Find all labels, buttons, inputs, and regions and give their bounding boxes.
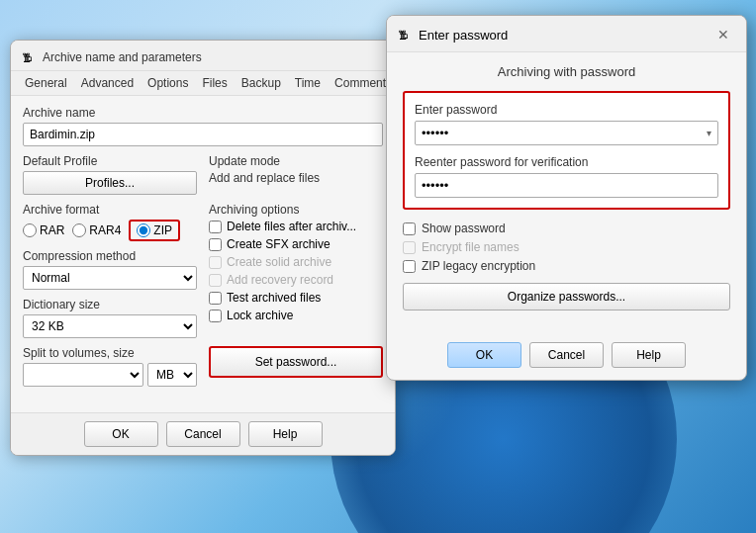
lock-archive-checkbox-item: Lock archive [209, 309, 383, 322]
rar-radio-item[interactable]: RAR [23, 223, 64, 237]
show-password-item: Show password [403, 222, 730, 235]
zip-radio-border: ZIP [129, 220, 180, 241]
compression-method-select[interactable]: Normal Fast Store [23, 266, 197, 290]
winrar-icon: 🗜 [19, 48, 37, 66]
dictionary-size-select[interactable]: 32 KB 64 KB [23, 314, 197, 338]
rar-radio[interactable] [23, 223, 37, 237]
archive-window-title: Archive name and parameters [43, 50, 202, 64]
archive-name-label: Archive name [23, 106, 383, 120]
zip-legacy-checkbox[interactable] [403, 260, 416, 273]
dialog-subtitle: Archiving with password [403, 64, 730, 79]
archive-format-label: Archive format [23, 203, 197, 217]
delete-files-checkbox-item: Delete files after archiv... [209, 220, 383, 233]
archive-format-section: Archive format RAR RAR4 ZIP Compression [23, 203, 197, 395]
profiles-button[interactable]: Profiles... [23, 171, 197, 195]
zip-radio-item[interactable]: ZIP [137, 223, 172, 237]
encrypt-names-item: Encrypt file names [403, 240, 730, 254]
update-mode-value: Add and replace files [209, 171, 383, 185]
password-dialog-titlebar: 🗜 Enter password ✕ [387, 16, 746, 52]
test-archived-checkbox[interactable] [209, 292, 222, 305]
enter-password-dialog: 🗜 Enter password ✕ Archiving with passwo… [386, 15, 747, 381]
encrypt-names-checkbox [403, 241, 416, 254]
delete-files-label: Delete files after archiv... [227, 220, 356, 233]
close-button[interactable]: ✕ [712, 24, 734, 45]
add-recovery-checkbox [209, 274, 222, 287]
archive-ok-button[interactable]: OK [84, 421, 158, 447]
archive-footer: OK Cancel Help [11, 412, 395, 455]
menu-options[interactable]: Options [142, 74, 194, 92]
add-recovery-label: Add recovery record [227, 273, 333, 287]
menu-advanced[interactable]: Advanced [75, 74, 140, 92]
split-volume-unit-select[interactable]: MB KB [147, 363, 197, 387]
default-profile-label: Default Profile [23, 154, 197, 168]
password-dialog-footer: OK Cancel Help [387, 334, 746, 380]
zip-radio[interactable] [137, 223, 150, 237]
create-sfx-label: Create SFX archive [227, 237, 331, 251]
add-recovery-checkbox-item: Add recovery record [209, 273, 383, 287]
default-profile-section: Default Profile Profiles... [23, 154, 197, 195]
archive-help-button[interactable]: Help [248, 421, 323, 447]
split-volume-value-select[interactable] [23, 363, 143, 387]
archive-body: Archive name Default Profile Profiles...… [11, 96, 395, 412]
archive-parameters-window: 🗜 Archive name and parameters General Ad… [10, 40, 396, 456]
encrypt-names-label: Encrypt file names [422, 240, 520, 254]
archive-format-radio-group: RAR RAR4 ZIP [23, 220, 197, 241]
delete-files-checkbox[interactable] [209, 221, 222, 233]
rar4-radio-item[interactable]: RAR4 [72, 223, 121, 237]
archiving-options-section: Archiving options Delete files after arc… [209, 203, 383, 378]
password-help-button[interactable]: Help [612, 342, 686, 368]
set-password-button[interactable]: Set password... [209, 346, 383, 378]
test-archived-label: Test archived files [227, 291, 321, 305]
lock-archive-label: Lock archive [227, 309, 293, 322]
show-password-checkbox[interactable] [403, 222, 416, 235]
compression-method-label: Compression method [23, 249, 197, 263]
reenter-password-label: Reenter password for verification [415, 155, 718, 169]
menu-time[interactable]: Time [289, 74, 327, 92]
organize-passwords-button[interactable]: Organize passwords... [403, 283, 730, 311]
lock-archive-checkbox[interactable] [209, 310, 222, 322]
create-sfx-checkbox[interactable] [209, 238, 222, 251]
dialog-checkbox-group: Show password Encrypt file names ZIP leg… [403, 222, 730, 273]
menu-backup[interactable]: Backup [236, 74, 287, 92]
password-ok-button[interactable]: OK [447, 342, 521, 368]
menu-general[interactable]: General [19, 74, 73, 92]
password-input-row: ▾ [415, 121, 718, 145]
update-mode-section: Update mode Add and replace files [209, 154, 383, 195]
dropdown-arrow-icon[interactable]: ▾ [705, 128, 713, 138]
create-sfx-checkbox-item: Create SFX archive [209, 237, 383, 251]
menu-comment[interactable]: Comment [329, 74, 392, 92]
dictionary-size-label: Dictionary size [23, 298, 197, 311]
archiving-options-label: Archiving options [209, 203, 383, 217]
archive-menu: General Advanced Options Files Backup Ti… [11, 71, 395, 96]
archive-name-input[interactable] [23, 123, 383, 146]
password-dialog-title: Enter password [419, 28, 508, 43]
menu-files[interactable]: Files [196, 74, 233, 92]
show-password-label: Show password [422, 222, 506, 235]
set-password-section: Set password... [209, 342, 383, 378]
rar4-radio[interactable] [72, 223, 86, 237]
password-input-section: Enter password ▾ Reenter password for ve… [403, 91, 730, 210]
create-solid-label: Create solid archive [227, 255, 331, 269]
password-input[interactable] [420, 124, 705, 142]
zip-legacy-item: ZIP legacy encryption [403, 259, 730, 273]
password-cancel-button[interactable]: Cancel [529, 342, 604, 368]
password-dialog-icon: 🗜 [395, 26, 413, 44]
split-volumes-label: Split to volumes, size [23, 346, 197, 360]
dialog-title-left: 🗜 Enter password [395, 26, 508, 44]
test-archived-checkbox-item: Test archived files [209, 291, 383, 305]
archive-cancel-button[interactable]: Cancel [166, 421, 240, 447]
reenter-password-input[interactable] [420, 176, 713, 195]
password-dialog-body: Archiving with password Enter password ▾… [387, 52, 746, 334]
enter-password-label: Enter password [415, 103, 718, 117]
create-solid-checkbox [209, 256, 222, 269]
archive-titlebar: 🗜 Archive name and parameters [11, 41, 395, 71]
reenter-password-row [415, 173, 718, 198]
zip-legacy-label: ZIP legacy encryption [422, 259, 535, 273]
create-solid-checkbox-item: Create solid archive [209, 255, 383, 269]
update-mode-label: Update mode [209, 154, 383, 168]
